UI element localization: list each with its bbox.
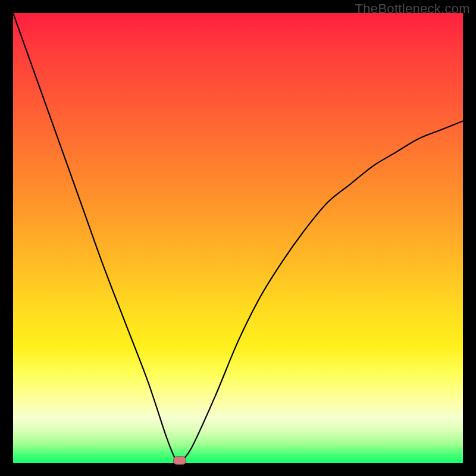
plot-area xyxy=(13,13,463,463)
watermark-text: TheBottleneck.com xyxy=(355,1,470,17)
v-curve xyxy=(13,13,463,463)
chart-frame: TheBottleneck.com xyxy=(0,0,476,476)
curve-layer xyxy=(13,13,463,463)
minimum-marker xyxy=(173,456,186,465)
v-curve-path xyxy=(13,13,463,463)
